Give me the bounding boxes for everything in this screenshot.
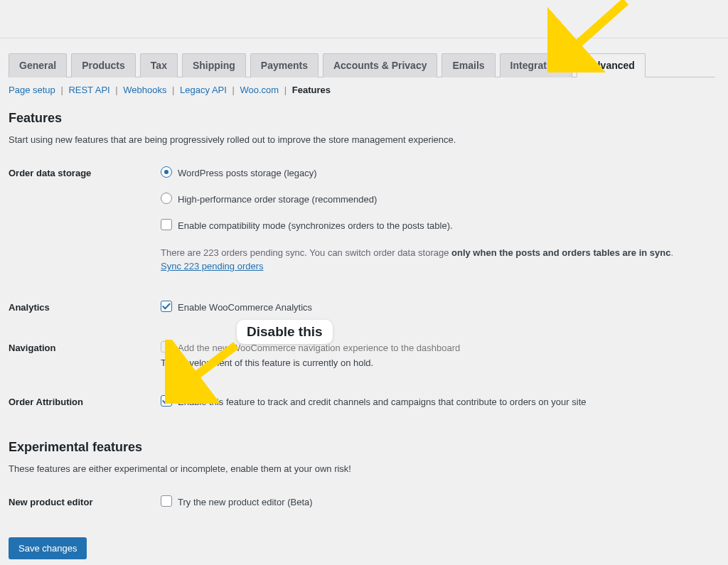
row-navigation: Navigation Add the new WooCommerce navig… [9,341,715,368]
meta-text-post: . [671,247,674,258]
settings-content: General Products Tax Shipping Payments A… [0,38,728,565]
save-changes-button[interactable]: Save changes [9,537,87,559]
option-posts-storage[interactable]: WordPress posts storage (legacy) [161,166,715,180]
field-order-attribution: Enable this feature to track and credit … [161,395,715,409]
subtab-legacy-api[interactable]: Legacy API [180,85,227,95]
tab-payments[interactable]: Payments [250,53,318,77]
option-compat-mode[interactable]: Enable compatibility mode (synchronizes … [161,219,715,232]
tab-accounts-privacy[interactable]: Accounts & Privacy [323,53,438,77]
checkbox-order-attribution-label: Enable this feature to track and credit … [178,395,587,409]
checkbox-compat-mode[interactable] [161,219,172,230]
checkbox-analytics[interactable] [161,301,172,312]
radio-posts-storage[interactable] [161,166,172,178]
top-empty-area [0,0,728,38]
tab-emails[interactable]: Emails [441,53,495,77]
subtab-webhooks[interactable]: Webhooks [123,85,166,95]
field-analytics: Enable WooCommerce Analytics [161,301,715,314]
experimental-heading: Experimental features [9,440,715,455]
option-hpos[interactable]: High-performance order storage (recommen… [161,193,715,206]
experimental-form: New product editor Try the new product e… [9,495,715,509]
row-order-attribution: Order Attribution Enable this feature to… [9,395,715,409]
sync-pending-orders-link[interactable]: Sync 223 pending orders [161,261,264,271]
subtab-features[interactable]: Features [292,85,331,95]
label-order-storage: Order data storage [9,166,161,178]
field-navigation: Add the new WooCommerce navigation exper… [161,341,715,368]
sub-tabs: Page setup | REST API | Webhooks | Legac… [9,85,715,95]
checkbox-order-attribution[interactable] [161,395,172,407]
label-order-attribution: Order Attribution [9,395,161,407]
checkbox-product-editor-label: Try the new product editor (Beta) [178,495,313,509]
field-product-editor: Try the new product editor (Beta) [161,495,715,509]
label-product-editor: New product editor [9,495,161,507]
order-storage-meta: There are 223 orders pending sync. You c… [161,246,715,274]
tab-general[interactable]: General [9,53,67,77]
checkbox-navigation [161,341,172,353]
radio-hpos[interactable] [161,193,172,204]
option-analytics[interactable]: Enable WooCommerce Analytics [161,301,715,314]
checkbox-compat-mode-label: Enable compatibility mode (synchronizes … [178,219,453,232]
tab-shipping[interactable]: Shipping [182,53,246,77]
meta-text-bold: only when the posts and orders tables ar… [451,247,670,258]
tab-integration[interactable]: Integration [500,53,572,77]
field-order-storage: WordPress posts storage (legacy) High-pe… [161,166,715,274]
tab-products[interactable]: Products [71,53,136,77]
experimental-description: These features are either experimental o… [9,463,715,474]
option-order-attribution[interactable]: Enable this feature to track and credit … [161,395,715,409]
subtab-rest-api[interactable]: REST API [68,85,109,95]
navigation-note: The development of this feature is curre… [161,357,715,368]
features-heading: Features [9,111,715,126]
radio-hpos-label: High-performance order storage (recommen… [178,193,377,206]
radio-posts-storage-label: WordPress posts storage (legacy) [178,166,317,180]
row-order-storage: Order data storage WordPress posts stora… [9,166,715,274]
tab-advanced[interactable]: Advanced [577,53,646,77]
subtab-woo-com[interactable]: Woo.com [240,85,279,95]
row-analytics: Analytics Enable WooCommerce Analytics [9,301,715,314]
meta-text-pre: There are 223 orders pending sync. You c… [161,247,451,258]
subtab-page-setup[interactable]: Page setup [9,85,55,95]
option-product-editor[interactable]: Try the new product editor (Beta) [161,495,715,509]
features-description: Start using new features that are being … [9,134,715,145]
checkbox-product-editor[interactable] [161,495,172,507]
main-tabs: General Products Tax Shipping Payments A… [9,53,715,77]
features-form: Order data storage WordPress posts stora… [9,166,715,409]
tab-tax[interactable]: Tax [140,53,178,77]
annotation-callout-disable-this: Disable this [237,320,333,344]
row-product-editor: New product editor Try the new product e… [9,495,715,509]
label-analytics: Analytics [9,301,161,313]
checkbox-analytics-label: Enable WooCommerce Analytics [178,301,312,314]
label-navigation: Navigation [9,341,161,353]
